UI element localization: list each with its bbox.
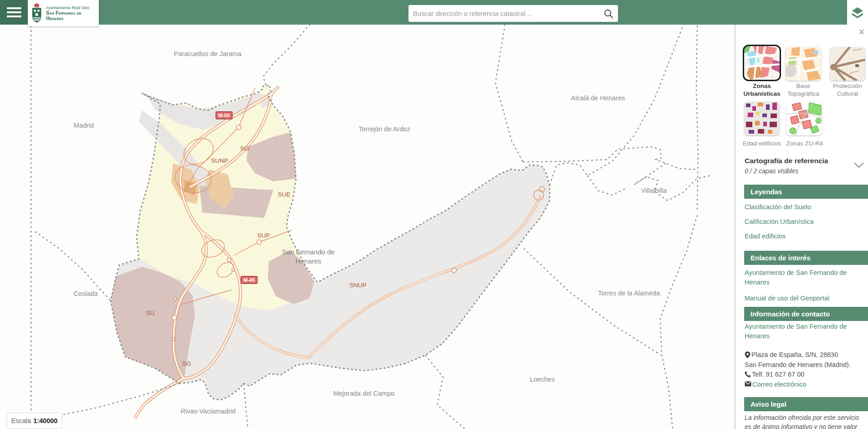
- contact-email-line: Correo electrónico: [745, 380, 862, 389]
- envelope-icon: [745, 381, 751, 387]
- city-label: Torres de la Alameda: [598, 289, 660, 297]
- zone-label-sunp: SUNP: [211, 157, 228, 164]
- close-icon[interactable]: ×: [856, 26, 867, 37]
- basemap-preview-proteccion: [830, 47, 865, 81]
- logo-text: Ayuntamiento Real Sitio San Fernando de …: [46, 5, 99, 21]
- basemap-thumb-zonas-urbanisticas[interactable]: [744, 46, 780, 80]
- road-badge-m-50: M-50: [216, 112, 232, 119]
- map-pin-icon: [745, 351, 751, 358]
- link-manual-geoportal[interactable]: Manual de uso del Geoportal: [745, 294, 858, 303]
- logo-line1: Ayuntamiento Real Sitio: [46, 5, 99, 10]
- basemap-label-edad-edificios[interactable]: Edad edificios: [740, 140, 783, 148]
- basemap-thumb-base-topografica[interactable]: [786, 47, 821, 81]
- city-label: Coslada: [73, 290, 98, 297]
- search-bar: [408, 5, 618, 22]
- section-header-enlaces: Enlaces de interés: [744, 251, 868, 265]
- basemap-preview-edad: [744, 102, 780, 135]
- logo-line2: San Fernando de Henares: [46, 10, 99, 21]
- zone-label-sup: SUP: [257, 232, 270, 239]
- layers-panel-toggle[interactable]: [847, 0, 868, 25]
- zone-label-snup: SNUP: [349, 282, 367, 289]
- city-label: Villalbilla: [641, 187, 667, 194]
- svg-text:M-50: M-50: [218, 113, 230, 118]
- reference-visible-layers: 0 / 2 capas visibles: [745, 167, 856, 175]
- legal-disclaimer-text: La información ofrecida por este servici…: [745, 413, 861, 429]
- road-badge-m-45: M-45: [241, 276, 257, 284]
- legend-link-calificacion-urbanistica[interactable]: Calificación Urbanística: [745, 217, 858, 227]
- basemap-label-base-topografica[interactable]: Base Topográfica: [782, 83, 825, 98]
- crest-icon: [31, 3, 44, 24]
- scale-value: 1:40000: [33, 417, 57, 424]
- menu-button[interactable]: [0, 0, 28, 25]
- reference-cartography-section: Cartografía de referencia 0 / 2 capas vi…: [745, 157, 856, 175]
- app-header: Ayuntamiento Real Sitio San Fernando de …: [0, 0, 868, 25]
- city-label: Paracuellos de Jarama: [174, 50, 242, 57]
- basemap-label-proteccion-cultural[interactable]: Protección Cultural: [826, 83, 868, 98]
- zone-label-sg: SG: [240, 145, 249, 152]
- link-ayuntamiento[interactable]: Ayuntamiento de San Fernando de Henares: [745, 268, 854, 287]
- city-label: Torrejón de Ardoz: [358, 125, 410, 133]
- contact-phone-line: Telf. 91 627 67 00: [745, 370, 862, 379]
- basemap-preview-zonas: [744, 46, 780, 80]
- basemap-thumb-zonas-zu-r4[interactable]: [786, 102, 822, 135]
- email-link[interactable]: Correo electrónico: [752, 380, 806, 389]
- legend-link-clasificacion-suelo[interactable]: Clasificación del Suelo: [745, 202, 858, 212]
- search-icon[interactable]: [603, 9, 613, 19]
- basemap-thumb-edad-edificios[interactable]: [744, 102, 780, 135]
- zone-label-su: SU: [146, 310, 155, 316]
- reference-title: Cartografía de referencia: [745, 157, 856, 165]
- scale-label: Escala: [11, 417, 31, 424]
- basemap-label-zonas-urbanisticas[interactable]: Zonas Urbanísticas: [740, 83, 783, 98]
- municipality-logo[interactable]: Ayuntamiento Real Sitio San Fernando de …: [28, 0, 99, 26]
- layers-sidebar: ×: [735, 25, 868, 429]
- section-header-leyendas: Leyendas: [744, 185, 868, 199]
- basemap-thumb-proteccion-cultural[interactable]: [830, 47, 865, 81]
- zone-label-sue: SUE: [278, 191, 291, 198]
- contact-address-line1: Plaza de España, S/N, 28830: [745, 350, 862, 360]
- city-label: Madrid: [74, 122, 94, 129]
- contact-link-ayuntamiento[interactable]: Ayuntamiento de San Fernando de Henares: [745, 322, 854, 341]
- city-label: Rivas-Vaciamadrid: [181, 408, 236, 415]
- contact-address-line2: San Fernando de Henares (Madrid).: [745, 360, 862, 370]
- phone-icon: [745, 371, 751, 377]
- layers-icon: [851, 5, 864, 19]
- chevron-down-icon[interactable]: [853, 161, 864, 169]
- city-label: Loeches: [530, 376, 555, 383]
- scale-indicator: Escala 1:40000: [7, 413, 62, 429]
- section-header-contacto: Información de contacto: [744, 307, 868, 321]
- svg-text:M-45: M-45: [243, 277, 255, 283]
- basemap-preview-topografica: [786, 47, 821, 81]
- zone-label-sg: SG: [182, 360, 191, 367]
- basemap-label-zonas-zu-r4[interactable]: Zonas ZU-R4: [783, 140, 826, 148]
- city-label: Mejorada del Campo: [333, 390, 395, 397]
- hamburger-icon: [7, 7, 21, 9]
- search-input[interactable]: [413, 10, 603, 17]
- basemap-preview-zu-r4: [786, 102, 822, 135]
- section-header-aviso-legal: Aviso legal: [744, 397, 868, 411]
- legend-link-edad-edificios[interactable]: Edad edificios: [745, 232, 858, 241]
- city-label: Alcalá de Henares: [571, 94, 625, 102]
